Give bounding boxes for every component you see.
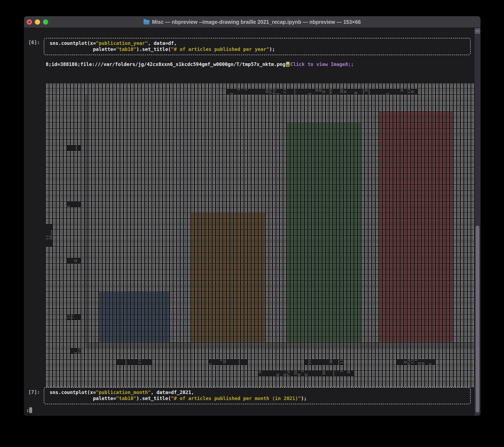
terminal-text: palette=: [50, 47, 116, 52]
cell7-code-line-2: palette="tab10").set_title("# of article…: [50, 395, 470, 402]
image-thumbnail-icon: [286, 62, 289, 67]
terminal-text: "# of articles published per month (in 2…: [171, 396, 301, 401]
scrollbar-thumb[interactable]: [476, 225, 479, 412]
pager-prompt-char: :: [26, 408, 29, 413]
braille-chart-image: ⣿⣿⣿⣿⣿⣿⣿⣿⣿⣿⣿⣿⣿⣿⣿⣿⣿⣿⣿⣿⣿⣿⣿⣿⣿⣿⣿⣿⣿⣿⣿⣿⣿⣿⣿⣿⣿⣿⣿⣿…: [45, 83, 480, 387]
terminal-text: , data=df_2021,: [151, 390, 194, 395]
terminal-text: "publication_year": [96, 40, 148, 46]
cell6-code-line-1: sns.countplot(x="publication_year", data…: [50, 40, 470, 46]
cell7-code-box: sns.countplot(x="publication_month", dat…: [44, 387, 471, 404]
cell7-code-line-1: sns.countplot(x="publication_month", dat…: [50, 390, 470, 395]
pager-prompt[interactable]: :: [26, 407, 32, 413]
terminal-text: palette=: [50, 396, 116, 401]
view-image-link[interactable]: Click to view Image8;;: [290, 62, 354, 67]
image-output-link-line: 8;id=388186;file:///var/folders/jg/42cx8…: [46, 61, 354, 67]
terminal-window: Misc — nbpreview --image-drawing braille…: [24, 16, 480, 416]
terminal-text: "tab10": [116, 47, 136, 52]
terminal-text: 8;id=388186;file:///var/folders/jg/42cx8…: [46, 62, 285, 67]
cell6-code-box: sns.countplot(x="publication_year", data…: [44, 38, 471, 55]
terminal-text: sns.countplot(x=: [50, 390, 96, 395]
text-cursor: [29, 407, 32, 413]
terminal-text: "# of articles published per year": [171, 47, 269, 52]
terminal-content: [6]: sns.countplot(x="publication_year",…: [24, 28, 480, 416]
folder-icon: [144, 20, 149, 24]
terminal-text: ).set_title(: [136, 396, 171, 401]
window-title: Misc — nbpreview --image-drawing braille…: [24, 16, 480, 28]
window-title-text: Misc — nbpreview --image-drawing braille…: [152, 19, 361, 25]
terminal-text: "publication_month": [96, 390, 151, 395]
titlebar[interactable]: Misc — nbpreview --image-drawing braille…: [24, 16, 480, 28]
terminal-text: "tab10": [116, 396, 136, 401]
terminal-text: );: [269, 47, 275, 52]
terminal-text: ).set_title(: [136, 47, 171, 52]
cell7-execution-count: [7]:: [28, 389, 40, 395]
terminal-text: , data=df,: [148, 40, 177, 46]
terminal-text: sns.countplot(x=: [50, 40, 96, 46]
cell6-execution-count: [6]:: [28, 39, 40, 45]
terminal-text: );: [301, 396, 307, 401]
scroll-corner-button[interactable]: [475, 29, 480, 34]
scrollbar-gutter: [475, 28, 480, 416]
cell6-code-line-2: palette="tab10").set_title("# of article…: [50, 46, 470, 52]
